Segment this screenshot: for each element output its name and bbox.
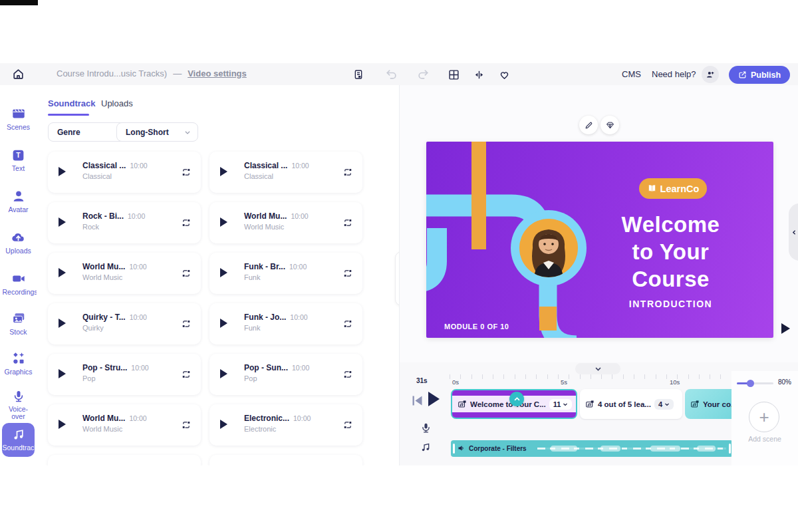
play-icon[interactable] — [59, 319, 66, 328]
video-settings-link[interactable]: Video settings — [188, 68, 247, 78]
sidebar-item-label: Text — [3, 165, 35, 172]
track-card[interactable]: World Mu...10:00 World Music — [48, 404, 201, 446]
grid-view-icon[interactable] — [446, 67, 461, 82]
play-icon[interactable] — [220, 217, 227, 227]
track-card[interactable]: Funk - Jo...10:00 Funk — [209, 303, 362, 344]
track-genre: World Music — [82, 273, 147, 281]
track-card[interactable]: Pop - Sun...10:00 Pop — [209, 354, 362, 395]
clip-trim-handle-right[interactable] — [729, 444, 731, 454]
autosave-icon[interactable] — [351, 67, 366, 82]
swap-icon[interactable] — [343, 269, 352, 278]
music-track-icon[interactable] — [420, 442, 431, 453]
swap-icon[interactable] — [182, 319, 191, 329]
track-card[interactable]: Pop - Stru...10:00 Pop — [48, 354, 201, 395]
tab-uploads[interactable]: Uploads — [101, 98, 133, 108]
track-genre: World Music — [244, 223, 309, 231]
play-icon[interactable] — [220, 167, 227, 176]
theme-button[interactable] — [600, 116, 619, 134]
sidebar-item-label: Voice-over — [3, 406, 35, 420]
right-panel-handle[interactable] — [789, 203, 798, 261]
timeline-scene[interactable]: Your co... — [685, 389, 733, 419]
sidebar-item-graphics[interactable]: Graphics — [0, 351, 37, 376]
redo-icon[interactable] — [416, 67, 430, 82]
sidebar-item-text[interactable]: T Text — [0, 148, 37, 172]
sidebar-item-stock[interactable]: Stock — [0, 311, 37, 336]
play-icon[interactable] — [220, 268, 227, 277]
track-card[interactable]: Classical ...10:00 Classical — [209, 152, 362, 193]
timeline-play-button[interactable] — [428, 392, 440, 406]
sidebar-item-recordings[interactable]: Recordings — [0, 271, 37, 296]
sidebar-item-avatar[interactable]: Avatar — [0, 189, 37, 213]
video-preview-slide[interactable]: LearnCo Welcome to Your Course INTRODUCT… — [426, 142, 773, 338]
track-card[interactable]: Quirky - T...10:00 Quirky — [48, 303, 201, 344]
collapse-timeline-handle[interactable] — [575, 363, 620, 374]
scene-layer-count-dropdown[interactable]: 11 — [549, 399, 573, 410]
play-icon[interactable] — [59, 420, 66, 429]
swap-icon[interactable] — [343, 168, 352, 177]
slider-handle[interactable] — [747, 380, 754, 387]
split-scene-icon[interactable] — [471, 67, 486, 82]
add-scene-button[interactable]: + — [749, 402, 779, 432]
swap-icon[interactable] — [343, 420, 352, 430]
timeline-scene[interactable]: 4 out of 5 lea... 4 — [580, 389, 682, 419]
track-card[interactable]: Rock - Bi...10:00 Rock — [48, 202, 201, 243]
scene-expand-handle[interactable] — [509, 392, 524, 406]
soundtrack-clip[interactable]: Corporate - Filters — [451, 440, 733, 457]
track-title: Rock - Bi... — [82, 211, 124, 221]
scene-color-strip — [452, 412, 576, 418]
track-genre: Funk — [244, 324, 308, 332]
sidebar-item-label: Avatar — [3, 206, 35, 213]
swap-icon[interactable] — [343, 370, 352, 379]
play-icon[interactable] — [59, 369, 66, 378]
play-icon[interactable] — [59, 167, 66, 176]
swap-icon[interactable] — [182, 420, 191, 430]
timeline-scene-selected[interactable]: Welcome to Your C... 11 — [451, 389, 577, 419]
favorite-icon[interactable] — [497, 67, 511, 82]
soundtrack-icon — [12, 428, 25, 442]
play-icon[interactable] — [59, 217, 66, 227]
track-card[interactable] — [48, 455, 201, 466]
track-card[interactable]: Funk - Br...10:00 Funk — [209, 253, 362, 294]
track-title: Quirky - T... — [82, 313, 126, 322]
play-icon[interactable] — [220, 319, 227, 328]
track-card[interactable]: World Mu...10:00 World Music — [209, 202, 362, 243]
swap-icon[interactable] — [182, 269, 191, 278]
edit-scene-button[interactable] — [579, 116, 598, 134]
timeline-zoom-slider[interactable] — [737, 382, 773, 384]
track-card[interactable]: World Mu...10:00 World Music — [48, 253, 201, 294]
play-icon[interactable] — [220, 420, 227, 429]
sidebar-item-soundtrack[interactable]: Soundtrack — [2, 423, 35, 457]
clip-trim-handle-left[interactable] — [453, 444, 455, 454]
track-card[interactable]: Electronic...10:00 Electronic — [209, 404, 362, 446]
length-filter-dropdown[interactable]: Long-Short — [116, 122, 198, 142]
swap-icon[interactable] — [182, 168, 191, 177]
undo-icon[interactable] — [384, 67, 399, 82]
tab-soundtrack[interactable]: Soundtrack — [48, 98, 96, 108]
swap-icon[interactable] — [343, 319, 352, 329]
swap-icon[interactable] — [182, 218, 191, 227]
sidebar-item-uploads[interactable]: Uploads — [0, 229, 37, 255]
voice-track-icon[interactable] — [420, 422, 432, 434]
swap-icon[interactable] — [182, 370, 191, 379]
play-icon[interactable] — [59, 268, 66, 277]
scene-layer-count-dropdown[interactable]: 4 — [654, 399, 674, 410]
track-title: Funk - Jo... — [244, 313, 286, 322]
publish-button[interactable]: Publish — [729, 66, 790, 84]
sidebar-item-label: Stock — [3, 329, 35, 336]
skip-to-start-button[interactable] — [410, 394, 424, 408]
track-genre: Classical — [82, 172, 148, 180]
sidebar-item-scenes[interactable]: Scenes — [0, 106, 37, 131]
preview-play-button[interactable] — [781, 323, 790, 334]
sidebar-item-voice-over[interactable]: Voice-over — [0, 390, 37, 420]
home-button[interactable] — [9, 65, 27, 82]
chevron-down-icon — [184, 129, 191, 136]
swap-icon[interactable] — [343, 218, 352, 227]
invite-user-button[interactable] — [702, 66, 719, 83]
play-icon[interactable] — [220, 369, 227, 378]
track-card[interactable]: Classical ...10:00 Classical — [48, 152, 201, 193]
waveform — [697, 446, 716, 452]
need-help-button[interactable]: Need help? — [652, 69, 696, 79]
track-card[interactable] — [209, 455, 362, 466]
cms-button[interactable]: CMS — [622, 69, 641, 79]
slide-kicker: INTRODUCTION — [596, 299, 745, 309]
